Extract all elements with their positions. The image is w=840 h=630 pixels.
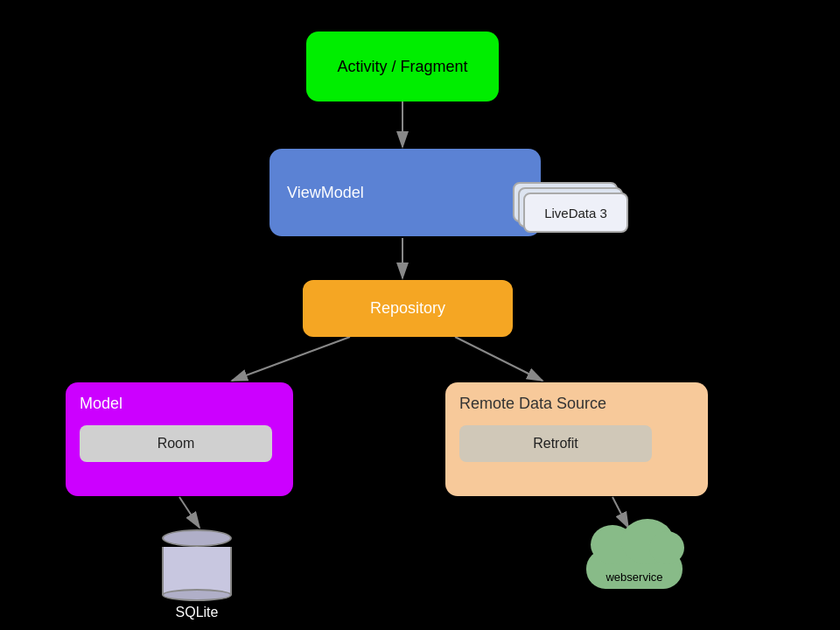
remote-data-source-box: Remote Data Source Retrofit: [445, 382, 708, 496]
svg-line-3: [232, 337, 350, 381]
livedata-card-front: LiveData 3: [523, 192, 628, 233]
remote-data-source-label: Remote Data Source: [459, 395, 606, 413]
svg-line-5: [179, 497, 200, 528]
model-label: Model: [80, 395, 122, 413]
cylinder-bottom: [162, 589, 232, 601]
livedata-label: LiveData 3: [544, 206, 607, 220]
repository-label: Repository: [370, 299, 445, 318]
model-box: Model Room: [66, 382, 293, 496]
sqlite-label: SQLite: [176, 605, 219, 620]
activity-fragment-box: Activity / Fragment: [306, 32, 499, 102]
sqlite-cylinder: [162, 529, 232, 601]
activity-fragment-label: Activity / Fragment: [337, 58, 467, 76]
repository-box: Repository: [303, 280, 513, 337]
viewmodel-label: ViewModel: [287, 184, 364, 202]
webservice-label: webservice: [578, 570, 691, 584]
sqlite-container: SQLite: [162, 529, 232, 620]
svg-line-4: [455, 337, 542, 381]
cylinder-top: [162, 529, 232, 547]
retrofit-card: Retrofit: [459, 425, 652, 462]
room-label: Room: [158, 436, 195, 452]
architecture-diagram: Activity / Fragment ViewModel LiveData 3…: [0, 0, 840, 630]
cloud-bump3: [649, 531, 684, 564]
retrofit-label: Retrofit: [533, 436, 578, 452]
webservice-cloud: webservice: [578, 529, 691, 589]
room-card: Room: [80, 425, 272, 462]
viewmodel-box: ViewModel LiveData 3: [270, 149, 541, 236]
svg-line-6: [612, 497, 628, 528]
webservice-container: webservice: [578, 529, 691, 589]
cylinder-body: [162, 547, 232, 595]
